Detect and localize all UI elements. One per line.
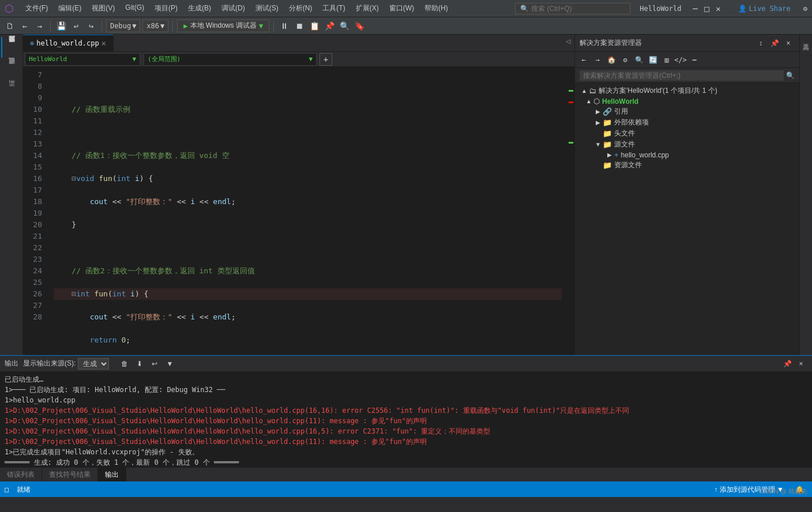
output-content[interactable]: 已启动生成… 1>─── 已启动生成: 项目: HelloWorld, 配置: … [0,372,812,467]
menu-test[interactable]: 测试(S) [251,2,283,14]
toolbar-stop[interactable]: ⏹ [293,20,306,32]
se-pin-button[interactable]: 📌 [768,37,781,50]
start-debug-button[interactable]: ▶ 本地 Windows 调试器 ▼ [177,20,269,32]
menu-git[interactable]: Git(G) [121,2,149,14]
bottom-tab-errors[interactable]: 错误列表 [0,468,42,481]
se-filter-btn[interactable]: ▥ [660,54,673,66]
se-preview-btn[interactable]: 🔍 [633,54,645,66]
editor-tab-hello-world[interactable]: ⊕ hello_world.cpp × [23,35,114,51]
toolbar-sep-1 [50,21,51,31]
se-references-item[interactable]: ▶ 🔗 引用 [575,106,799,117]
class-dropdown[interactable]: HelloWorld ▼ [25,53,140,66]
menu-project[interactable]: 项目(P) [150,2,182,14]
bottom-tab-output[interactable]: 输出 [98,468,126,481]
toolbar-back[interactable]: ← [18,20,31,32]
se-forward-btn[interactable]: → [591,54,604,66]
debug-config-dropdown[interactable]: Debug ▼ [106,20,140,32]
live-share-button[interactable]: 👤 Live Share [732,3,796,14]
output-source-select[interactable]: 生成 [78,358,109,370]
se-cpp-file-item[interactable]: ▶ + hello_world.cpp [575,150,799,160]
se-header-files-item[interactable]: ▶ 📁 头文件 [575,128,799,139]
toolbar-copy[interactable]: 📋 [308,20,321,32]
output-scroll-btn[interactable]: ⬇ [133,357,146,370]
se-source-files-item[interactable]: ▼ 📁 源文件 [575,139,799,150]
output-pin-btn[interactable]: 📌 [781,357,794,370]
toolbar-sep-4 [273,21,274,31]
se-toolbar: ← → 🏠 ⚙ 🔍 🔄 ▥ </> — [575,52,799,68]
header-files-label: 头文件 [614,129,635,138]
toolbar-pause[interactable]: ⏸ [278,20,291,32]
output-header: 输出 显示输出来源(S): 生成 🗑 ⬇ ↩ ▼ 📌 × [0,356,812,372]
menu-analyze[interactable]: 分析(N) [284,2,317,14]
se-refresh-btn[interactable]: 🔄 [646,54,659,66]
se-search-input[interactable] [580,70,784,81]
menu-tools[interactable]: 工具(T) [318,2,349,14]
cpp-expand-icon: ▶ [605,152,614,158]
close-button[interactable]: ✕ [714,4,723,13]
code-content[interactable]: // 函数重载示例 // 函数1：接收一个整数参数，返回 void 空 ⊟voi… [49,67,566,355]
menu-view[interactable]: 视图(V) [87,2,119,14]
se-back-btn[interactable]: ← [577,54,590,66]
solution-label: 解决方案'HelloWorld'(1 个项目/共 1 个) [599,86,717,96]
toolbar-save[interactable]: 💾 [55,20,67,32]
output-title: 输出 [5,359,18,368]
toolbar-bookmark[interactable]: 🔖 [353,20,366,32]
output-line: 1>D:\002_Project\006_Visual_Studio\Hello… [5,416,807,426]
toolbar-forward[interactable]: → [33,20,46,32]
se-resource-files-item[interactable]: ▶ 📁 资源文件 [575,160,799,171]
line-numbers: 7891011 1213141516 1718192021 2223242526… [23,67,49,355]
se-sync-button[interactable]: ↕ [754,37,767,50]
bottom-tab-find[interactable]: 查找符号结果 [42,468,98,481]
title-search-input[interactable] [531,5,618,13]
output-clear-btn[interactable]: 🗑 [118,357,131,370]
menu-file[interactable]: 文件(F) [21,2,52,14]
output-close-btn[interactable]: × [795,357,807,370]
tab-close-button[interactable]: × [102,39,106,48]
minimize-button[interactable]: ─ [691,4,700,13]
title-search-box[interactable]: 🔍 [515,3,630,14]
gutter-mark-green [569,90,573,92]
ext-dep-icon: 📁 [603,118,612,127]
toolbar-paste[interactable]: 📌 [323,20,336,32]
se-prop-btn[interactable]: — [688,54,701,66]
profile-icon[interactable]: ⚙ [803,5,807,13]
se-header: 解决方案资源管理器 ↕ 📌 × [575,35,799,52]
se-solution-item[interactable]: ▲ 🗂 解决方案'HelloWorld'(1 个项目/共 1 个) [575,85,799,96]
maximize-button[interactable]: □ [702,4,712,13]
toolbar-new[interactable]: 🗋 [3,20,16,32]
output-line: 1>已完成生成项目"HelloWorld.vcxproj"的操作 - 失败。 [5,447,807,457]
ref-expand-icon: ▶ [593,108,603,115]
menu-edit[interactable]: 编辑(E) [54,2,86,14]
references-label: 引用 [614,107,628,116]
menu-build[interactable]: 生成(B) [183,2,216,14]
output-wrap-btn[interactable]: ↩ [148,357,161,370]
toolbar-find[interactable]: 🔍 [338,20,351,32]
sidebar-toolbox[interactable]: 工箱 [1,81,22,101]
se-home-btn[interactable]: 🏠 [605,54,618,66]
menu-window[interactable]: 窗口(W) [385,2,419,14]
right-sidebar-item-1[interactable]: 工具箱 [801,37,811,42]
se-close-button[interactable]: × [782,37,795,50]
se-project-item[interactable]: ▲ ⬡ HelloWorld [575,96,799,106]
menu-debug[interactable]: 调试(D) [217,2,250,14]
menu-help[interactable]: 帮助(H) [420,2,453,14]
se-external-deps-item[interactable]: ▶ 📁 外部依赖项 [575,117,799,128]
scroll-gutter[interactable] [566,67,574,355]
status-left: □ 就绪 [5,485,34,495]
se-code-btn[interactable]: </> [674,54,687,66]
menu-extensions[interactable]: 扩展(X) [351,2,384,14]
arch-dropdown[interactable]: x86 ▼ [142,20,168,32]
status-text: 就绪 [13,485,34,495]
sidebar-debug-monitor[interactable]: 调试器监视窗 [1,59,22,80]
title-bar: ⬡ 文件(F) 编辑(E) 视图(V) Git(G) 项目(P) 生成(B) 调… [0,0,812,17]
tab-pin[interactable]: ◁ [562,35,574,47]
resource-files-label: 资源文件 [614,160,642,170]
add-line-button[interactable]: + [319,53,332,66]
toolbar-undo[interactable]: ↩ [70,20,82,32]
output-filter-btn[interactable]: ▼ [163,357,176,370]
sidebar-solution-explorer[interactable]: 解决方案资源管理器 [1,37,22,58]
code-line [54,242,562,254]
scope-dropdown[interactable]: (全局范围) ▼ [144,53,317,66]
toolbar-redo[interactable]: ↪ [85,20,97,32]
se-settings-btn[interactable]: ⚙ [619,54,631,66]
